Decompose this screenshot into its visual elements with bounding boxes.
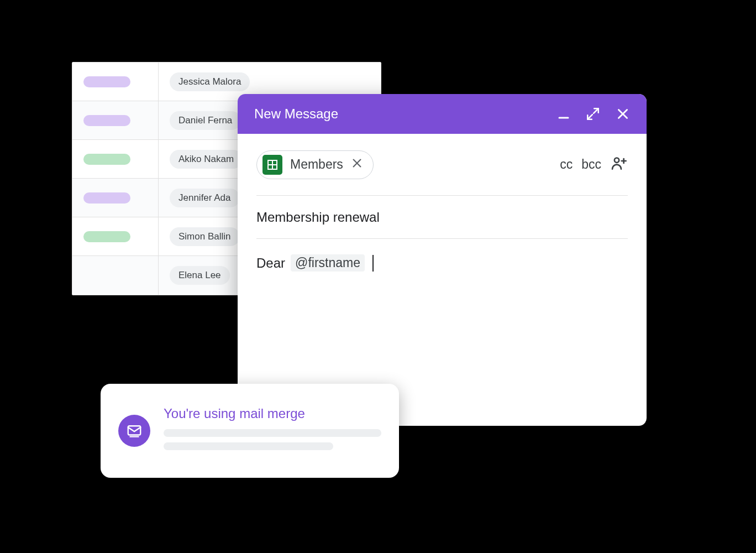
mail-merge-icon [118,415,150,447]
body-text: Dear [256,255,285,271]
skeleton-line [164,442,333,450]
status-cell [72,179,159,217]
contact-chip[interactable]: Daniel Ferna [170,111,241,130]
status-cell [72,256,159,295]
mail-merge-notice: You're using mail merge [101,384,399,478]
sheets-icon [262,155,282,175]
contact-chip[interactable]: Simon Ballin [170,227,240,246]
contact-chip[interactable]: Jennifer Ada [170,189,240,207]
status-cell [72,217,159,255]
remove-chip-icon[interactable] [351,157,363,173]
svg-rect-8 [128,426,141,435]
compose-title: New Message [254,106,338,122]
status-pill [83,231,130,242]
expand-icon[interactable] [586,107,600,121]
cc-button[interactable]: cc [560,157,573,172]
compose-window: New Message Members cc bcc [238,94,647,426]
subject-text: Membership renewal [256,210,380,225]
status-cell [72,62,159,101]
compose-titlebar: New Message [238,94,647,134]
status-cell [72,101,159,139]
status-pill [83,115,130,126]
message-body[interactable]: Dear @firstname [256,239,628,272]
status-pill [83,154,130,165]
text-cursor [372,255,374,272]
contact-chip[interactable]: Akiko Nakam [170,150,243,169]
status-cell [72,140,159,178]
notice-title: You're using mail merge [164,406,381,421]
subject-input[interactable]: Membership renewal [256,196,628,239]
add-recipients-icon[interactable] [610,154,628,175]
bcc-button[interactable]: bcc [581,157,601,172]
skeleton-line [164,429,381,437]
status-pill [83,76,130,87]
svg-point-5 [615,158,619,162]
merge-field-token[interactable]: @firstname [291,254,365,272]
recipients-chip[interactable]: Members [256,150,374,179]
minimize-icon[interactable] [557,107,570,121]
contact-chip[interactable]: Elena Lee [170,266,230,285]
recipients-row[interactable]: Members cc bcc [256,134,628,196]
contact-chip[interactable]: Jessica Malora [170,72,250,91]
status-pill [83,192,130,204]
recipients-chip-label: Members [290,157,343,172]
close-icon[interactable] [616,107,630,121]
